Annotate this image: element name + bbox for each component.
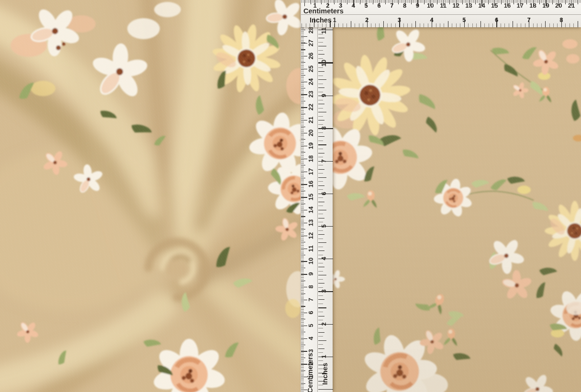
ruler-number: 13 <box>308 219 314 226</box>
ruler-number: 9 <box>308 272 314 276</box>
vertical-centimeters-label: Centimeters <box>307 353 314 392</box>
vertical-ruler: 2827262524232221201918171615141312111098… <box>301 0 333 392</box>
ruler-number: 10 <box>308 258 314 264</box>
fabric-product-photo: 2827262524232221201918171615141312111098… <box>0 0 581 392</box>
ruler-number: 3 <box>308 349 314 353</box>
ruler-number: 18 <box>308 155 314 162</box>
horizontal-inches-label: Inches <box>310 17 332 24</box>
ruler-number: 20 <box>308 130 314 136</box>
vertical-inch-tick-scale <box>318 0 333 392</box>
swirled-fabric-art <box>0 0 301 392</box>
flat-fabric-photo <box>333 27 581 392</box>
ruler-number: 22 <box>308 104 314 110</box>
ruler-number: 21 <box>308 117 314 123</box>
ruler-number: 8 <box>308 285 314 289</box>
ruler-number: 5 <box>308 324 314 327</box>
ruler-number: 12 <box>308 232 314 239</box>
ruler-number: 25 <box>308 65 314 72</box>
ruler-number: 15 <box>308 194 314 200</box>
ruler-number: 23 <box>308 91 314 98</box>
vertical-cm-tick-scale <box>301 0 308 392</box>
ruler-number: 19 <box>308 142 314 149</box>
ruler-number: 27 <box>308 40 314 46</box>
flat-fabric-art <box>333 27 581 392</box>
ruler-number: 14 <box>308 207 314 213</box>
vertical-ruler-divider <box>317 0 318 392</box>
horizontal-ruler: 123456789101112131415161718192021 123456… <box>301 0 581 27</box>
ruler-number: 17 <box>308 168 314 174</box>
vertical-inches-label: Inches <box>322 363 329 385</box>
ruler-number: 28 <box>308 27 314 33</box>
ruler-number: 24 <box>308 78 314 85</box>
ruler-number: 26 <box>308 53 314 59</box>
ruler-number: 16 <box>308 181 314 187</box>
horizontal-centimeters-label: Centimeters <box>303 8 344 15</box>
ruler-number: 7 <box>308 298 314 301</box>
ruler-number: 11 <box>308 245 314 252</box>
ruler-number: 6 <box>308 311 314 314</box>
ruler-number: 4 <box>308 337 314 340</box>
swirled-fabric-photo <box>0 0 301 392</box>
